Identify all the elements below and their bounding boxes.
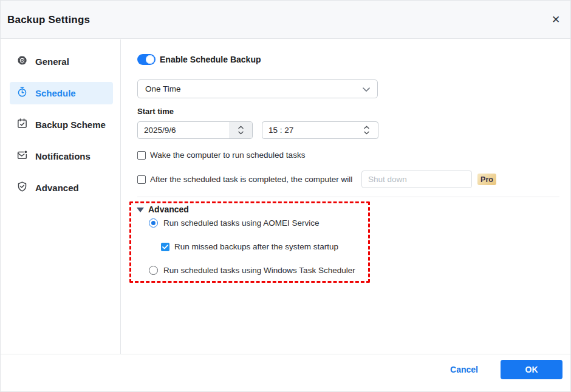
wake-computer-checkbox[interactable] xyxy=(137,151,146,160)
close-icon[interactable]: ✕ xyxy=(549,13,562,26)
sidebar-item-notifications[interactable]: Notifications xyxy=(10,145,113,167)
dialog-header: Backup Settings ✕ xyxy=(1,1,570,39)
toggle-knob xyxy=(146,55,154,64)
missed-backup-row: Run missed backups after the system star… xyxy=(161,242,338,251)
cancel-button[interactable]: Cancel xyxy=(450,360,478,379)
chevron-up-icon xyxy=(364,126,369,129)
schedule-frequency-select[interactable]: One Time xyxy=(137,79,378,98)
advanced-section-title: Advanced xyxy=(148,204,189,214)
sidebar-item-general[interactable]: General xyxy=(10,50,113,73)
settings-sidebar: General Schedule xyxy=(1,39,121,354)
sidebar-item-label: Backup Scheme xyxy=(35,120,106,130)
sidebar-item-schedule[interactable]: Schedule xyxy=(10,82,113,104)
windows-scheduler-label: Run scheduled tasks using Windows Task S… xyxy=(162,266,355,275)
pro-badge: Pro xyxy=(477,174,496,185)
calendar-check-icon xyxy=(16,118,28,132)
windows-scheduler-row: Run scheduled tasks using Windows Task S… xyxy=(149,266,355,275)
shield-check-icon xyxy=(16,181,28,195)
chevron-down-icon xyxy=(363,84,370,95)
dialog-footer: Cancel OK xyxy=(1,354,570,391)
check-icon xyxy=(162,245,168,249)
stopwatch-icon xyxy=(16,86,28,100)
after-task-row: After the scheduled task is completed, t… xyxy=(137,175,352,184)
start-time-input[interactable]: 15 : 27 xyxy=(262,121,378,139)
windows-scheduler-radio[interactable] xyxy=(149,266,158,275)
wake-computer-row: Wake the computer to run scheduled tasks xyxy=(137,150,305,160)
shutdown-action-select[interactable]: Shut down xyxy=(361,171,472,188)
frequency-value: One Time xyxy=(145,84,363,93)
start-date-input[interactable]: 2025/9/6 xyxy=(137,121,253,139)
advanced-section-toggle[interactable]: Advanced xyxy=(137,204,189,214)
date-stepper[interactable] xyxy=(229,122,252,138)
start-time-label: Start time xyxy=(137,107,174,116)
chevron-up-icon xyxy=(238,126,244,129)
missed-backup-checkbox[interactable] xyxy=(161,243,169,251)
after-task-label: After the scheduled task is completed, t… xyxy=(150,175,352,184)
start-time-value: 15 : 27 xyxy=(262,126,355,135)
sidebar-item-label: Advanced xyxy=(35,183,79,193)
section-divider xyxy=(137,197,559,197)
wake-computer-label: Wake the computer to run scheduled tasks xyxy=(150,150,305,160)
enable-schedule-label: Enable Schedule Backup xyxy=(160,55,261,64)
missed-backup-label: Run missed backups after the system star… xyxy=(174,242,338,251)
sidebar-item-label: General xyxy=(35,56,69,67)
enable-schedule-toggle[interactable] xyxy=(137,54,156,65)
shutdown-action-placeholder: Shut down xyxy=(368,175,407,184)
sidebar-item-label: Notifications xyxy=(35,151,91,161)
aomei-service-label: Run scheduled tasks using AOMEI Service xyxy=(162,218,320,228)
ok-button[interactable]: OK xyxy=(501,360,562,379)
time-stepper[interactable] xyxy=(355,122,378,138)
dialog-title: Backup Settings xyxy=(7,14,90,26)
aomei-service-radio[interactable] xyxy=(149,218,158,228)
schedule-settings-panel: Enable Schedule Backup One Time Start ti… xyxy=(121,39,570,354)
chevron-down-icon xyxy=(238,131,244,135)
aomei-service-row: Run scheduled tasks using AOMEI Service xyxy=(149,218,320,228)
mail-dot-icon xyxy=(16,149,28,163)
after-task-checkbox[interactable] xyxy=(137,175,146,184)
backup-settings-dialog: Backup Settings ✕ General xyxy=(0,0,571,392)
sidebar-item-advanced[interactable]: Advanced xyxy=(10,177,113,199)
start-date-value: 2025/9/6 xyxy=(138,126,229,135)
caret-down-icon xyxy=(137,208,144,212)
sidebar-item-backup-scheme[interactable]: Backup Scheme xyxy=(10,113,113,136)
gear-icon xyxy=(16,55,28,69)
sidebar-item-label: Schedule xyxy=(35,88,76,98)
chevron-down-icon xyxy=(364,131,369,135)
